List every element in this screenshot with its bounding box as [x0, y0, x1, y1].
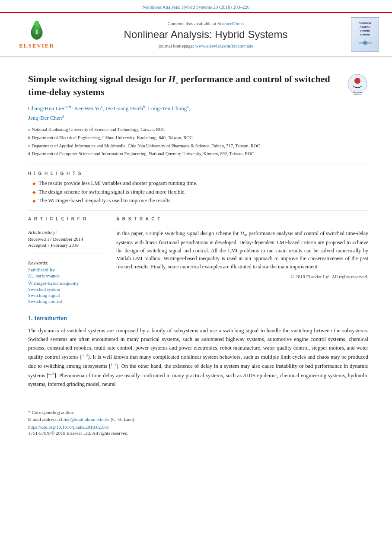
affiliation-d: d Department of Computer Science and Inf… [28, 150, 368, 158]
corresponding-author-note: * Corresponding author. [28, 410, 364, 415]
homepage-link[interactable]: www.elsevier.com/locate/nahs [195, 43, 253, 48]
article-title-block: Simple switching signal design for H∞ pe… [28, 73, 368, 99]
abstract-text: In this paper, a simple switching signal… [116, 229, 368, 271]
highlights-label: H I G H L I G H T S [28, 171, 368, 176]
affiliation-a: a National Kaohsiung University of Scien… [28, 126, 368, 134]
introduction-section: 1. Introduction The dynamics of switched… [28, 315, 368, 388]
article-info-col: A R T I C L E I N F O Article history: R… [28, 217, 106, 305]
science-direct-link[interactable]: ScienceDirect [217, 21, 244, 26]
author2-name: Ker-Wei Yu [74, 105, 101, 111]
journal-thumbnail: Nonlinear AnalysisHybridSystems [351, 17, 379, 52]
footer-copyright: 1751-570X/© 2018 Elsevier Ltd. All right… [28, 430, 364, 436]
author5-name: Jenq-Der Chen [28, 115, 62, 121]
abstract-divider [116, 225, 368, 225]
svg-text:updates: updates [354, 93, 361, 95]
bullet-icon-1: ◆ [32, 181, 36, 186]
abstract-col: A B S T R A C T In this paper, a simple … [116, 217, 368, 305]
footer-block: * Corresponding author. E-mail address: … [0, 410, 392, 436]
journal-homepage-text: journal homepage: www.elsevier.com/locat… [69, 43, 342, 48]
journal-header: ELSEVIER Contents lists available at Sci… [0, 12, 392, 57]
thumb-title-text: Nonlinear AnalysisHybridSystems [353, 21, 377, 37]
article-info-label: A R T I C L E I N F O [28, 217, 106, 221]
keyword-6: Switching control [28, 299, 106, 304]
article-info-abstract-block: A R T I C L E I N F O Article history: R… [28, 217, 368, 305]
article-info-divider [28, 225, 106, 225]
contents-available-text: Contents lists available at ScienceDirec… [69, 21, 342, 26]
keywords-divider [28, 254, 106, 254]
author4-name: Long-Yeu Chung [148, 105, 187, 111]
history-label: Article history: [28, 229, 106, 235]
elsevier-tree-icon [24, 20, 50, 41]
keyword-5: Switching signal [28, 293, 106, 298]
doi-link[interactable]: https://doi.org/10.1016/j.nahs.2018.02.0… [28, 424, 364, 430]
svg-point-4 [35, 20, 39, 26]
authors-block: Chang-Hua Liena,∗, Ker-Wei Yua, Jer-Guan… [28, 104, 368, 123]
svg-rect-6 [36, 32, 38, 34]
abstract-label: A B S T R A C T [116, 217, 368, 221]
intro-title: 1. Introduction [28, 315, 368, 322]
email-link[interactable]: chlien@mail.nkmu.edu.tw [59, 417, 109, 422]
keyword-2: H∞ performance [28, 273, 106, 280]
highlight-item-3: ◆ The Wirtinger-based inequality is used… [32, 197, 368, 204]
intro-paragraph: The dynamics of switched systems are com… [28, 326, 368, 388]
author3-name: Jer-Guang Hsieh [105, 105, 143, 111]
divider-after-highlights [28, 210, 368, 210]
highlight-item-2: ◆ The design scheme for switching signal… [32, 189, 368, 195]
affiliation-c: c Department of Applied Informatics and … [28, 143, 368, 150]
received-date: Received 17 December 2014 [28, 236, 106, 242]
bullet-icon-2: ◆ [32, 190, 36, 194]
keyword-3: Wirtinger-based inequality [28, 280, 106, 286]
thumb-decoration [359, 38, 372, 48]
affiliation-b: b Department of Electrical Engineering, … [28, 134, 368, 142]
article-title-text: Simple switching signal design for H∞ pe… [28, 73, 342, 99]
check-updates-badge: Check for updates [347, 73, 368, 95]
footer-divider [28, 406, 63, 406]
copyright-text: © 2018 Elsevier Ltd. All rights reserved… [116, 274, 368, 279]
accepted-date: Accepted 7 February 2018 [28, 242, 106, 248]
email-line: E-mail address: chlien@mail.nkmu.edu.tw … [28, 417, 364, 422]
keyword-4: Switched system [28, 287, 106, 292]
keyword-1: Stabilizability [28, 267, 106, 272]
bullet-icon-3: ◆ [32, 198, 36, 203]
svg-point-5 [36, 29, 38, 32]
elsevier-logo: ELSEVIER [13, 20, 61, 49]
journal-header-center: Contents lists available at ScienceDirec… [69, 21, 342, 48]
journal-title-header: Nonlinear Analysis: Hybrid Systems [69, 29, 342, 41]
svg-point-8 [363, 41, 367, 45]
journal-citation: Nonlinear Analysis: Hybrid Systems 29 (2… [0, 0, 392, 12]
svg-point-10 [354, 78, 360, 84]
keywords-label: Keywords: [28, 260, 106, 265]
highlights-section: H I G H L I G H T S ◆ The results provid… [28, 171, 368, 204]
elsevier-brand-text: ELSEVIER [19, 42, 54, 49]
highlight-item-1: ◆ The results provide less LMI variables… [32, 180, 368, 187]
author1-name: Chang-Hua Lien [28, 105, 66, 111]
main-content: Simple switching signal design for H∞ pe… [0, 57, 392, 397]
affiliations-block: a National Kaohsiung University of Scien… [28, 126, 368, 158]
highlights-list: ◆ The results provide less LMI variables… [32, 180, 368, 204]
divider-after-affiliations [28, 165, 368, 165]
